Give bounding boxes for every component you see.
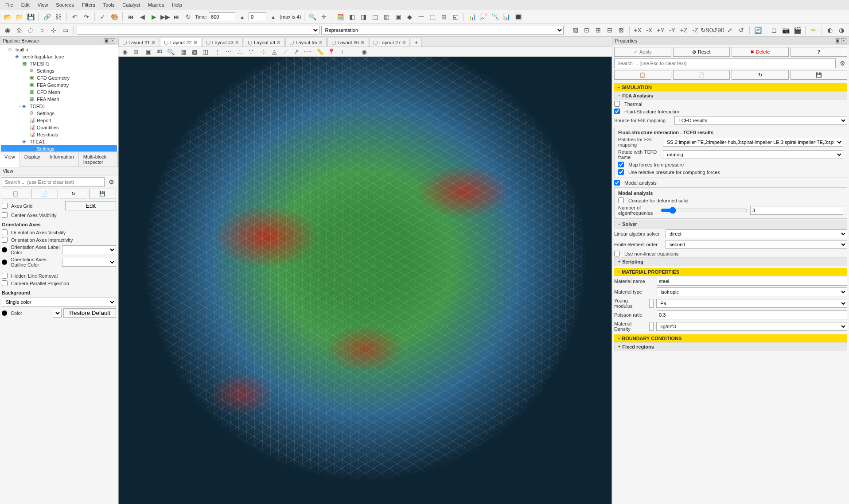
connect-icon[interactable]: 🔗 <box>42 12 52 22</box>
help-button[interactable]: ? <box>791 47 848 57</box>
warp-icon[interactable]: ⬚ <box>428 12 437 22</box>
props-refresh-button[interactable]: ↻ <box>732 70 789 80</box>
representation-select[interactable]: Representation <box>321 26 564 35</box>
vp-sel3-icon[interactable]: ∴ <box>235 47 245 57</box>
play-icon[interactable]: ▶ <box>149 12 159 22</box>
refresh-button[interactable]: ↻ <box>60 189 87 198</box>
glyph-icon[interactable]: ◆ <box>405 12 414 22</box>
eye-icon[interactable]: ◉ <box>3 25 12 35</box>
screenshot-icon[interactable]: ◻ <box>769 25 779 35</box>
vp-icon2[interactable]: ⊞ <box>131 47 141 57</box>
mat-name-input[interactable] <box>657 277 847 286</box>
first-frame-icon[interactable]: ⏮ <box>126 12 136 22</box>
pipeline-tree[interactable]: -◇builtin:-◈centrifugal-fan.tcae-▦TMESH1… <box>0 45 118 151</box>
layout-tab-5[interactable]: ▢Layout #5⊠ <box>285 38 326 47</box>
menu-macros[interactable]: Macros <box>144 1 167 9</box>
restore-default-button[interactable]: Restore Default <box>63 308 116 318</box>
scripting-section[interactable]: +Scripting <box>614 257 847 266</box>
threshold-icon[interactable]: ▦ <box>382 12 391 22</box>
close-panel-icon[interactable]: × <box>110 38 115 43</box>
layout-tab-6[interactable]: ▢Layout #6⊠ <box>327 38 368 47</box>
camera-par-checkbox[interactable] <box>2 280 8 286</box>
chart2-icon[interactable]: 📈 <box>479 12 488 22</box>
solver-section[interactable]: −Solver <box>614 220 847 229</box>
rel-press-checkbox[interactable] <box>618 169 624 175</box>
close-tab-icon[interactable]: ⊠ <box>194 40 197 45</box>
edge3-icon[interactable]: ⊟ <box>605 25 615 35</box>
target-icon[interactable]: ✛ <box>319 12 329 22</box>
time-up-icon[interactable]: ▴ <box>237 12 247 22</box>
orient-int-checkbox[interactable] <box>2 237 8 243</box>
dock-props-icon[interactable]: ▣ <box>835 38 840 43</box>
density-unit-select[interactable]: kg/m^3 <box>656 322 847 331</box>
bg-color-menu[interactable] <box>53 309 62 318</box>
layout-tab-4[interactable]: ▢Layout #4⊠ <box>244 38 284 47</box>
apply-icon[interactable]: ✓ <box>98 12 108 22</box>
edge1-icon[interactable]: ⊡ <box>582 25 592 35</box>
props-search-input[interactable] <box>614 58 836 68</box>
tree-item-report[interactable]: 📊Report <box>1 117 117 124</box>
boundary-section[interactable]: −BOUNDARY CONDITIONS <box>614 334 847 342</box>
menu-catalyst[interactable]: Catalyst <box>119 1 144 9</box>
vp-tool2-icon[interactable]: ◬ <box>269 47 279 57</box>
view-py-icon[interactable]: +Y <box>656 25 666 35</box>
rot90p-icon[interactable]: ↻90 <box>702 25 712 35</box>
close-tab-icon[interactable]: ⊠ <box>152 40 155 45</box>
save-icon[interactable]: 💾 <box>26 12 35 22</box>
vp-tool5-icon[interactable]: 〰 <box>303 47 312 57</box>
edge4-icon[interactable]: ⊠ <box>616 25 626 35</box>
lin-alg-select[interactable]: direct <box>666 229 847 238</box>
last-frame-icon[interactable]: ⏭ <box>172 12 182 22</box>
fe-order-select[interactable]: second <box>666 240 847 249</box>
advanced-toggle-icon[interactable]: ⚙ <box>106 177 116 187</box>
close-tab-icon[interactable]: ⊠ <box>361 40 364 45</box>
surface-icon[interactable]: ▧ <box>570 25 580 35</box>
bg-color-swatch[interactable] <box>2 310 7 316</box>
extra1-icon[interactable]: ◐ <box>825 25 835 35</box>
vp-3d-icon[interactable]: 3D <box>155 47 164 57</box>
eye4-icon[interactable]: ○ <box>37 25 47 35</box>
vp-record-icon[interactable]: ◉ <box>359 47 369 57</box>
add-layout-tab[interactable]: + <box>411 38 421 47</box>
view-search-input[interactable] <box>2 177 105 187</box>
view-pz-icon[interactable]: +Z <box>679 25 689 35</box>
vp-minus-icon[interactable]: − <box>348 47 358 57</box>
vp-ruler-icon[interactable]: 📏 <box>315 47 325 57</box>
disconnect-icon[interactable]: ⛓ <box>54 12 63 22</box>
eye2-icon[interactable]: ◎ <box>14 25 24 35</box>
variable-select[interactable] <box>77 26 319 35</box>
vp-tool3-icon[interactable]: ⟋ <box>280 47 290 57</box>
extract-sel-icon[interactable]: ◱ <box>451 12 460 22</box>
render-viewport[interactable] <box>118 57 612 504</box>
young-input[interactable] <box>649 299 654 308</box>
orient-vis-checkbox[interactable] <box>2 229 8 235</box>
map-forces-checkbox[interactable] <box>618 162 624 167</box>
fixed-regions-section[interactable]: +Fixed regions <box>614 342 847 351</box>
save-button[interactable]: 💾 <box>89 189 117 198</box>
tree-item-cfd-geometry[interactable]: ▣CFD Geometry <box>1 74 117 81</box>
young-unit-select[interactable]: Pa <box>656 299 847 308</box>
step-up-icon[interactable]: ▴ <box>268 12 278 22</box>
close-tab-icon[interactable]: ⊠ <box>277 40 280 45</box>
outline-color-swatch[interactable] <box>2 260 7 265</box>
vp-icon5[interactable]: ▦ <box>178 47 188 57</box>
open-icon[interactable]: 📂 <box>3 12 12 22</box>
tree-item-tfea1[interactable]: -◈TFEA1 <box>1 138 117 145</box>
props-save-button[interactable]: 💾 <box>791 70 848 80</box>
close-tab-icon[interactable]: ⊠ <box>319 40 323 45</box>
loop-icon[interactable]: ↻ <box>183 12 193 22</box>
clip-icon[interactable]: ◨ <box>358 12 368 22</box>
layout-tab-2[interactable]: ▢Layout #2⊠ <box>160 38 201 47</box>
vp-icon3[interactable]: ▣ <box>144 47 153 57</box>
reset-cam-icon[interactable]: ↺ <box>736 25 746 35</box>
mat-type-select[interactable]: isotropic <box>657 287 847 296</box>
center-axes-checkbox[interactable] <box>2 212 8 218</box>
view-ny-icon[interactable]: -Y <box>667 25 677 35</box>
stream-icon[interactable]: 〰 <box>416 12 426 22</box>
props-copy-button[interactable]: 📋 <box>614 70 671 80</box>
outline-color-menu[interactable] <box>62 258 116 267</box>
chart5-icon[interactable]: 🔳 <box>513 12 523 22</box>
compute-def-checkbox[interactable] <box>618 198 624 203</box>
undo-icon[interactable]: ↶ <box>70 12 80 22</box>
paste-button[interactable]: 📄 <box>31 189 58 198</box>
